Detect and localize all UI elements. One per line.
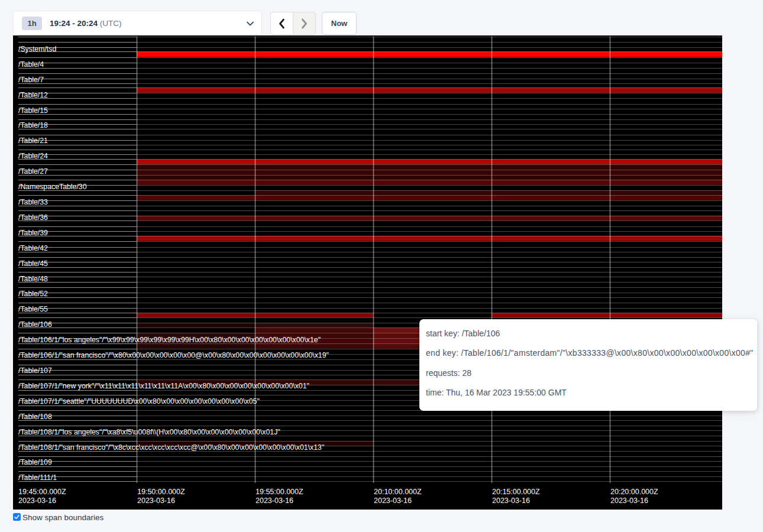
svg-text:/Table/108: /Table/108 xyxy=(18,413,52,421)
svg-text:/Table/108/1/"san francisco"/": /Table/108/1/"san francisco"/"\x8c\xcc\x… xyxy=(18,443,324,452)
svg-text:/Table/55: /Table/55 xyxy=(18,305,48,313)
svg-text:2023-03-16: 2023-03-16 xyxy=(374,497,412,505)
svg-text:20:15:00.000Z: 20:15:00.000Z xyxy=(492,488,540,496)
svg-text:2023-03-16: 2023-03-16 xyxy=(492,497,530,505)
svg-text:/Table/45: /Table/45 xyxy=(18,259,48,268)
svg-text:20:20:00.000Z: 20:20:00.000Z xyxy=(610,488,658,496)
svg-text:2023-03-16: 2023-03-16 xyxy=(610,497,648,505)
svg-text:/Table/106/1/"san francisco"/": /Table/106/1/"san francisco"/"\x80\x00\x… xyxy=(18,351,329,359)
svg-text:/Table/48: /Table/48 xyxy=(18,275,48,283)
svg-text:/Table/106: /Table/106 xyxy=(18,320,52,329)
svg-text:2023-03-16: 2023-03-16 xyxy=(137,497,175,505)
svg-text:/Table/52: /Table/52 xyxy=(18,290,48,298)
svg-text:/Table/4: /Table/4 xyxy=(18,60,44,69)
svg-text:/Table/7: /Table/7 xyxy=(18,76,44,84)
svg-text:19:45:00.000Z: 19:45:00.000Z xyxy=(18,488,66,496)
svg-text:/Table/21: /Table/21 xyxy=(18,137,48,145)
svg-text:/System/tsd: /System/tsd xyxy=(18,45,56,53)
svg-text:/Table/109: /Table/109 xyxy=(18,458,52,466)
svg-text:/Table/107/1/"seattle"/"UUUUUU: /Table/107/1/"seattle"/"UUUUUUUD\x00\x80… xyxy=(18,397,260,406)
svg-text:/Table/18: /Table/18 xyxy=(18,121,48,129)
svg-text:2023-03-16: 2023-03-16 xyxy=(256,497,293,505)
svg-text:/Table/106/1/"los angeles"/"\x: /Table/106/1/"los angeles"/"\x99\x99\x99… xyxy=(18,336,321,344)
svg-text:19:50:00.000Z: 19:50:00.000Z xyxy=(137,488,185,496)
svg-text:/Table/39: /Table/39 xyxy=(18,229,48,237)
svg-text:/Table/42: /Table/42 xyxy=(18,244,48,252)
svg-text:/Table/15: /Table/15 xyxy=(18,106,48,115)
svg-text:/Table/33: /Table/33 xyxy=(18,198,48,206)
svg-text:2023-03-16: 2023-03-16 xyxy=(18,497,56,505)
svg-text:19:55:00.000Z: 19:55:00.000Z xyxy=(256,488,303,496)
svg-text:/Table/107: /Table/107 xyxy=(18,366,52,375)
svg-text:/NamespaceTable/30: /NamespaceTable/30 xyxy=(18,183,87,191)
svg-text:/Table/108/1/"los angeles"/"\x: /Table/108/1/"los angeles"/"\xa8\xf5\u00… xyxy=(18,428,280,436)
svg-text:/Table/107/1/"new york"/"\x11\: /Table/107/1/"new york"/"\x11\x11\x11\x1… xyxy=(18,382,309,390)
svg-text:/Table/36: /Table/36 xyxy=(18,213,48,222)
svg-text:/Table/24: /Table/24 xyxy=(18,152,48,160)
svg-text:/Table/27: /Table/27 xyxy=(18,167,48,176)
svg-text:/Table/12: /Table/12 xyxy=(18,91,48,99)
svg-text:/Table/111/1: /Table/111/1 xyxy=(18,473,57,482)
svg-text:20:10:00.000Z: 20:10:00.000Z xyxy=(374,488,422,496)
